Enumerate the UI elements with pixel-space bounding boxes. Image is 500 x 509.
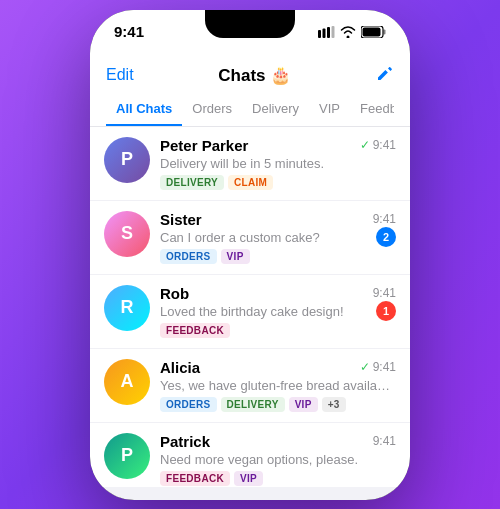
svg-rect-3 xyxy=(332,26,335,38)
svg-rect-6 xyxy=(384,29,386,34)
chat-tags: ORDERS DELIVERY VIP +3 xyxy=(160,397,396,412)
status-bar: 9:41 xyxy=(90,10,410,54)
chat-preview: Can I order a custom cake? xyxy=(160,230,396,245)
chat-time: 9:41 xyxy=(373,212,396,226)
compose-icon xyxy=(376,64,394,82)
chat-header: Alicia ✓ 9:41 xyxy=(160,359,396,376)
chat-header: Patrick 9:41 xyxy=(160,433,396,450)
avatar: P xyxy=(104,137,150,183)
tag: CLAIM xyxy=(228,175,273,190)
svg-rect-1 xyxy=(323,28,326,38)
tab-orders[interactable]: Orders xyxy=(182,95,242,126)
nav-bar: Edit Chats 🎂 All Chats Orders Deliver xyxy=(90,54,410,127)
svg-rect-0 xyxy=(318,30,321,38)
chat-content: Alicia ✓ 9:41 Yes, we have gluten-free b… xyxy=(160,359,396,412)
list-item[interactable]: A Alicia ✓ 9:41 Yes, we have gluten-free… xyxy=(90,349,410,423)
avatar: S xyxy=(104,211,150,257)
chat-tags: ORDERS VIP xyxy=(160,249,396,264)
edit-button[interactable]: Edit xyxy=(106,66,134,84)
chat-preview: Loved the birthday cake design! xyxy=(160,304,396,319)
chat-preview: Yes, we have gluten-free bread available… xyxy=(160,378,396,393)
chat-header: Sister 9:41 xyxy=(160,211,396,228)
tag: ORDERS xyxy=(160,397,217,412)
status-icons xyxy=(318,26,386,38)
chat-preview: Need more vegan options, please. xyxy=(160,452,396,467)
notch xyxy=(205,10,295,38)
svg-rect-5 xyxy=(363,27,381,36)
tag: +3 xyxy=(322,397,346,412)
unread-badge: 2 xyxy=(376,227,396,247)
unread-badge: 1 xyxy=(376,301,396,321)
chat-content: Rob 9:41 Loved the birthday cake design!… xyxy=(160,285,396,338)
delivered-icon: ✓ xyxy=(360,138,370,152)
tag: FEEDBACK xyxy=(160,323,230,338)
status-time: 9:41 xyxy=(114,23,144,40)
chat-header: Peter Parker ✓ 9:41 xyxy=(160,137,396,154)
chat-time: 9:41 xyxy=(373,434,396,448)
avatar: P xyxy=(104,433,150,479)
chat-content: Patrick 9:41 Need more vegan options, pl… xyxy=(160,433,396,486)
chat-tags: FEEDBACK xyxy=(160,323,396,338)
delivered-icon: ✓ xyxy=(360,360,370,374)
chat-name: Peter Parker xyxy=(160,137,248,154)
avatar: R xyxy=(104,285,150,331)
tag: DELIVERY xyxy=(160,175,224,190)
tag: VIP xyxy=(289,397,318,412)
chat-tags: DELIVERY CLAIM xyxy=(160,175,396,190)
tag: DELIVERY xyxy=(221,397,285,412)
chat-preview: Delivery will be in 5 minutes. xyxy=(160,156,396,171)
chat-name: Alicia xyxy=(160,359,200,376)
nav-title-row: Chats 🎂 xyxy=(218,65,291,86)
tab-all-chats[interactable]: All Chats xyxy=(106,95,182,126)
tab-feedback[interactable]: Feedback xyxy=(350,95,394,126)
chat-time: ✓ 9:41 xyxy=(360,138,396,152)
signal-icon xyxy=(318,26,335,38)
list-item[interactable]: S Sister 9:41 Can I order a custom cake?… xyxy=(90,201,410,275)
chat-time: 9:41 xyxy=(373,286,396,300)
tag: FEEDBACK xyxy=(160,471,230,486)
avatar: A xyxy=(104,359,150,405)
tag: VIP xyxy=(234,471,263,486)
chat-content: Peter Parker ✓ 9:41 Delivery will be in … xyxy=(160,137,396,190)
list-item[interactable]: P Peter Parker ✓ 9:41 Delivery will be i… xyxy=(90,127,410,201)
tag: VIP xyxy=(221,249,250,264)
list-item[interactable]: P Patrick 9:41 Need more vegan options, … xyxy=(90,423,410,487)
chat-content: Sister 9:41 Can I order a custom cake? O… xyxy=(160,211,396,264)
battery-icon xyxy=(361,26,386,38)
filter-tabs: All Chats Orders Delivery VIP Feedback xyxy=(106,95,394,126)
page-title: Chats 🎂 xyxy=(218,65,291,86)
chat-time: ✓ 9:41 xyxy=(360,360,396,374)
chat-header: Rob 9:41 xyxy=(160,285,396,302)
tag: ORDERS xyxy=(160,249,217,264)
phone-frame: 9:41 xyxy=(90,10,410,500)
phone-screen: 9:41 xyxy=(90,10,410,500)
tab-vip[interactable]: VIP xyxy=(309,95,350,126)
tab-delivery[interactable]: Delivery xyxy=(242,95,309,126)
svg-rect-2 xyxy=(327,27,330,38)
nav-top: Edit Chats 🎂 xyxy=(106,60,394,95)
chat-name: Rob xyxy=(160,285,189,302)
chat-name: Patrick xyxy=(160,433,210,450)
list-item[interactable]: R Rob 9:41 Loved the birthday cake desig… xyxy=(90,275,410,349)
chat-name: Sister xyxy=(160,211,202,228)
chat-tags: FEEDBACK VIP xyxy=(160,471,396,486)
chat-list: P Peter Parker ✓ 9:41 Delivery will be i… xyxy=(90,127,410,487)
wifi-icon xyxy=(340,26,356,38)
compose-button[interactable] xyxy=(376,64,394,87)
